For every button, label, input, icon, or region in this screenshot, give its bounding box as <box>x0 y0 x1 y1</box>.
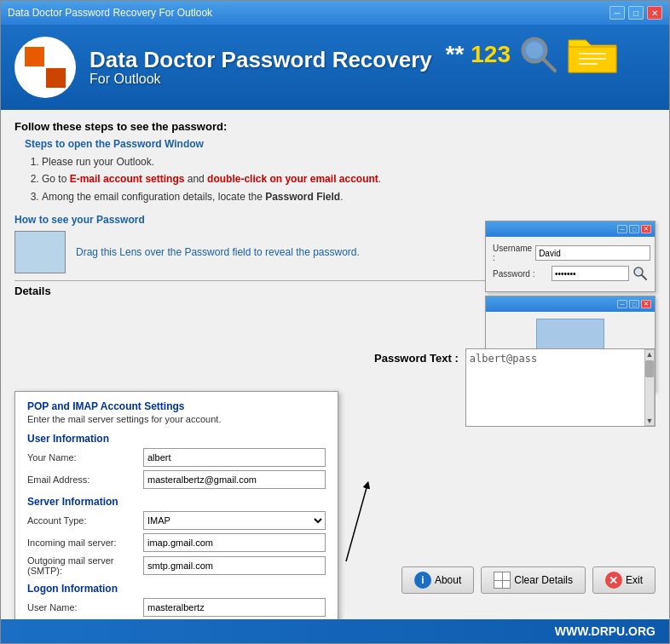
mock-login-titlebar: ─ □ ✕ <box>486 221 655 237</box>
password-textarea[interactable]: albert@pass <box>466 349 644 426</box>
outgoing-input[interactable] <box>143 556 326 575</box>
svg-line-8 <box>346 485 367 561</box>
password-text-label: Password Text : <box>374 352 459 365</box>
number-deco: 123 <box>471 41 511 68</box>
password-textarea-wrapper: albert@pass ▲ ▼ <box>465 348 656 427</box>
logo-cell-4 <box>46 68 66 88</box>
mock-minimize-btn[interactable]: ─ <box>617 225 627 233</box>
step-1: Please run your Outlook. <box>42 153 656 170</box>
exit-button[interactable]: ✕ Exit <box>592 566 656 594</box>
outgoing-label: Outgoing mail server (SMTP): <box>27 555 138 576</box>
incoming-row: Incoming mail server: <box>27 533 326 552</box>
email-row: Email Address: <box>27 470 326 489</box>
mock-pass-titlebar: ─ □ ✕ <box>486 296 655 312</box>
mock-username-label: Username : <box>493 244 532 262</box>
app-logo <box>14 37 76 98</box>
mock-pass-maximize-btn[interactable]: □ <box>629 300 639 308</box>
logo-grid <box>25 47 66 88</box>
lens-preview <box>14 231 66 273</box>
server-info-label: Server Information <box>27 496 326 508</box>
mock-password-label: Password : <box>493 269 548 279</box>
drag-text: Drag this Lens over the Password field t… <box>76 246 360 258</box>
mock-login-window: ─ □ ✕ Username : Password : <box>485 221 656 292</box>
password-text-row: Password Text : albert@pass ▲ ▼ <box>374 348 656 427</box>
drpu-url: WWW.DRPU.ORG <box>555 624 656 638</box>
folder-icon <box>567 33 618 76</box>
mock-maximize-btn[interactable]: □ <box>629 225 639 233</box>
mock-pass-minimize-btn[interactable]: ─ <box>617 300 627 308</box>
password-panel: Password Text : albert@pass ▲ ▼ <box>374 348 656 427</box>
steps-section: Follow these steps to see the password: … <box>14 120 656 205</box>
incoming-label: Incoming mail server: <box>27 538 138 548</box>
mock-magnifier-icon <box>632 266 648 281</box>
maximize-button[interactable]: □ <box>628 6 644 20</box>
info-icon: i <box>414 572 431 589</box>
your-name-input[interactable] <box>143 448 326 467</box>
email-input[interactable] <box>143 470 326 489</box>
exit-icon: ✕ <box>605 572 622 589</box>
steps-subtitle: Steps to open the Password Window <box>25 138 656 150</box>
step-3: Among the email configuration details, l… <box>42 188 656 205</box>
logon-username-row: User Name: <box>27 598 326 617</box>
drpu-bar: WWW.DRPU.ORG <box>1 619 669 643</box>
your-name-row: Your Name: <box>27 448 326 467</box>
steps-list: Please run your Outlook. Go to E-mail ac… <box>42 153 656 205</box>
mock-password-row: Password : <box>493 266 648 281</box>
mock-username-input[interactable] <box>535 245 650 261</box>
mock-login-body: Username : Password : <box>486 237 655 291</box>
svg-line-6 <box>642 275 646 279</box>
main-content: Follow these steps to see the password: … <box>1 110 669 619</box>
mock-pass-close-btn[interactable]: ✕ <box>641 300 651 308</box>
app-title-main: Data Doctor Password Recovery <box>90 48 432 72</box>
asterisks-deco: ** <box>445 41 464 68</box>
app-title-block: Data Doctor Password Recovery For Outloo… <box>90 48 432 88</box>
outgoing-row: Outgoing mail server (SMTP): <box>27 555 326 576</box>
magnifier-icon <box>517 33 560 76</box>
user-info-label: User Information <box>27 433 326 445</box>
bottom-button-bar: i About Clear Details ✕ Exit <box>401 566 656 594</box>
logo-cell-3 <box>25 68 44 88</box>
pop-imap-dialog: POP and IMAP Account Settings Enter the … <box>14 391 338 619</box>
mock-username-row: Username : <box>493 244 648 262</box>
minimize-button[interactable]: ─ <box>609 6 625 20</box>
account-type-select[interactable]: IMAP POP3 <box>143 511 326 530</box>
logon-username-label: User Name: <box>27 602 138 612</box>
svg-line-1 <box>543 59 555 71</box>
mock-close-btn[interactable]: ✕ <box>641 225 651 233</box>
mock-password-input[interactable] <box>552 266 629 281</box>
your-name-label: Your Name: <box>27 452 138 463</box>
app-header: Data Doctor Password Recovery For Outloo… <box>1 25 669 110</box>
logo-cell-1 <box>25 47 44 66</box>
title-bar: Data Doctor Password Recovery For Outloo… <box>1 1 669 25</box>
clear-details-button[interactable]: Clear Details <box>481 566 586 594</box>
logo-cell-2 <box>46 47 66 66</box>
pop-dialog-title: POP and IMAP Account Settings <box>27 400 326 412</box>
scrollbar[interactable]: ▲ ▼ <box>644 349 655 426</box>
clear-icon <box>494 572 511 589</box>
step-2: Go to E-mail account settings and double… <box>42 170 656 187</box>
main-window: Data Doctor Password Recovery For Outloo… <box>0 0 670 644</box>
account-type-label: Account Type: <box>27 515 138 526</box>
svg-point-2 <box>526 42 543 59</box>
app-title-sub: For Outlook <box>90 72 432 87</box>
logon-username-input[interactable] <box>143 598 326 617</box>
email-label: Email Address: <box>27 474 138 485</box>
logon-label: Logon Information <box>27 583 326 595</box>
about-button[interactable]: i About <box>401 566 474 594</box>
pop-dialog-subtitle: Enter the mail server settings for your … <box>27 414 326 424</box>
window-controls: ─ □ ✕ <box>609 6 662 20</box>
header-decoration: ** 123 <box>445 33 618 76</box>
close-button[interactable]: ✕ <box>647 6 662 20</box>
window-title: Data Doctor Password Recovery For Outloo… <box>8 7 212 19</box>
incoming-input[interactable] <box>143 533 326 552</box>
account-type-row: Account Type: IMAP POP3 <box>27 511 326 530</box>
steps-title: Follow these steps to see the password: <box>14 120 656 133</box>
